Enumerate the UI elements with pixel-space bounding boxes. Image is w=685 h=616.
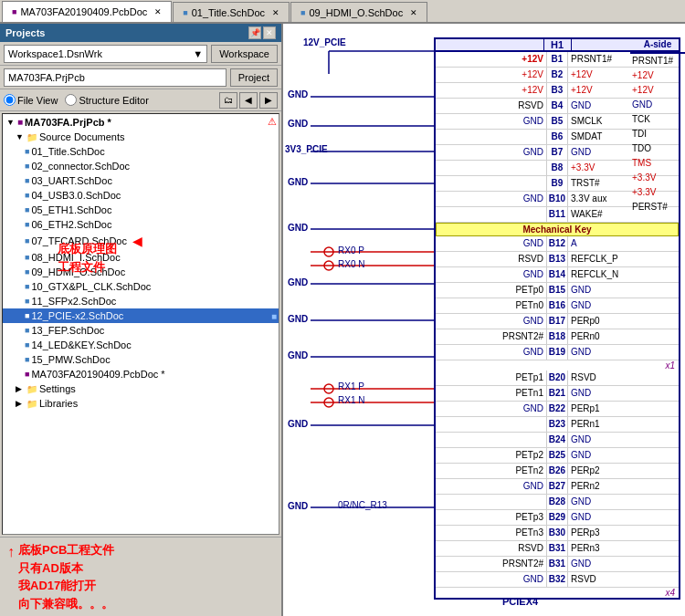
tree-item-pcie-sch[interactable]: ■ 12_PCIE-x2.SchDoc ■ — [3, 308, 279, 323]
sch-icon-1: ■ — [25, 147, 29, 156]
tab-hdmi-label: 09_HDMI_O.SchDoc — [309, 7, 403, 18]
3v3-label: 3V3_PCIE — [285, 144, 328, 154]
gnd-label-2: GND — [288, 119, 308, 129]
file-tree[interactable]: ▼ ■ MA703FA.PrjPcb * ⚠ ▼ 📁 Source Docume… — [2, 113, 279, 535]
tree-item-fep-sch[interactable]: ■ 13_FEP.SchDoc — [3, 323, 279, 338]
tab-pcb-label: MA703FA20190409.PcbDoc — [20, 6, 147, 17]
svg-point-18 — [324, 398, 333, 407]
tree-item-title-sch[interactable]: ■ 01_Title.SchDoc — [3, 144, 279, 159]
sch-icon-6: ■ — [25, 220, 29, 229]
file-view-radio[interactable]: File View — [4, 94, 58, 106]
pcie-sch-label: 12_PCIE-x2.SchDoc — [31, 310, 123, 321]
pmw-sch-label: 15_PMW.SchDoc — [31, 354, 110, 365]
settings-label: Settings — [39, 383, 76, 394]
gnd-label-8: GND — [288, 419, 308, 429]
tab-hdmi-icon: ■ — [300, 8, 305, 17]
rx1n-label: RX1 N — [338, 395, 364, 405]
rx0p-label: RX0 P — [338, 245, 364, 256]
rx1p-label: RX1 P — [338, 381, 364, 392]
tab-title-label: 01_Title.SchDoc — [192, 7, 265, 18]
gnd-label-4: GND — [288, 223, 308, 233]
project-button[interactable]: Project — [230, 68, 278, 87]
workspace-dropdown[interactable]: Workspace1.DsnWrk ▼ — [4, 45, 207, 63]
sch-icon-5: ■ — [25, 205, 29, 214]
annotation-pcb: ↑ 底板PCB工程文件 只有AD版本 我AD17能打开 向下兼容哦。。。 — [0, 537, 281, 616]
tree-item-pmw-sch[interactable]: ■ 15_PMW.SchDoc — [3, 352, 279, 367]
gtx-sch-label: 10_GTX&PL_CLK.SchDoc — [31, 281, 151, 292]
svg-point-16 — [324, 384, 333, 393]
tree-item-gtx-sch[interactable]: ■ 10_GTX&PL_CLK.SchDoc — [3, 279, 279, 294]
expand-icon-src: ▼ — [16, 132, 25, 141]
tab-pcb-icon: ■ — [12, 7, 16, 16]
browse-files-icon[interactable]: 🗂 — [219, 92, 237, 109]
expand-icon: ▼ — [6, 118, 16, 127]
app-container: ■ MA703FA20190409.PcbDoc ✕ ■ 01_Title.Sc… — [0, 0, 685, 616]
tree-item-pcb-doc[interactable]: ■ MA703FA20190409.PcbDoc * — [3, 367, 279, 381]
mech-key-header: Mechanical Key — [436, 223, 679, 236]
led-sch-label: 14_LED&KEY.SchDoc — [31, 339, 131, 350]
tree-item-tfcard-sch[interactable]: ■ 07_TFCARD.SchDoc ◀ — [3, 232, 279, 250]
connector-sch-label: 02_connector.SchDoc — [31, 161, 130, 172]
folder-icon-src: 📁 — [26, 132, 37, 142]
src-docs-label: Source Documents — [39, 131, 125, 142]
pin-button[interactable]: 📌 — [248, 26, 261, 39]
main-area: Projects 📌 ✕ Workspace1.DsnWrk ▼ Workspa… — [0, 24, 685, 616]
annotation-pcb-line4: 向下兼容哦。。。 — [18, 595, 114, 613]
tab-hdmi[interactable]: ■ 09_HDMI_O.SchDoc ✕ — [290, 2, 427, 22]
tree-item-settings[interactable]: ▶ 📁 Settings — [3, 381, 279, 396]
tab-title-icon: ■ — [183, 8, 187, 17]
tree-item-sfpx2-sch[interactable]: ■ 11_SFPx2.SchDoc — [3, 294, 279, 308]
tree-item-hdmi-i-sch[interactable]: ■ 08_HDMI_I.SchDoc — [3, 250, 279, 265]
expand-icon-settings: ▶ — [16, 384, 25, 393]
sch-icon-15: ■ — [25, 355, 29, 364]
title-sch-label: 01_Title.SchDoc — [31, 146, 104, 157]
tab-title[interactable]: ■ 01_Title.SchDoc ✕ — [173, 2, 290, 22]
sfpx2-sch-label: 11_SFPx2.SchDoc — [31, 296, 116, 307]
hdmi-i-sch-label: 08_HDMI_I.SchDoc — [31, 252, 120, 263]
prjpcb-icon: ■ — [17, 117, 23, 127]
tree-item-eth1-sch[interactable]: ■ 05_ETH1.SchDoc — [3, 203, 279, 217]
fep-sch-label: 13_FEP.SchDoc — [31, 325, 104, 336]
left-panel: Projects 📌 ✕ Workspace1.DsnWrk ▼ Workspa… — [0, 24, 283, 616]
tree-item-libraries[interactable]: ▶ 📁 Libraries — [3, 396, 279, 411]
schematic-canvas[interactable]: 12V_PCIE — [283, 24, 685, 616]
tree-item-led-sch[interactable]: ■ 14_LED&KEY.SchDoc — [3, 338, 279, 352]
sch-icon-13: ■ — [25, 326, 29, 335]
project-dropdown[interactable]: MA703FA.PrjPcb — [4, 68, 227, 87]
expand-icon-libs: ▶ — [16, 399, 25, 408]
pcie-modified-icon: ■ — [271, 311, 277, 321]
arrow-left-icon[interactable]: ◀ — [239, 92, 258, 109]
tree-item-usb-sch[interactable]: ■ 04_USB3.0.SchDoc — [3, 188, 279, 203]
sch-icon-7: ■ — [25, 236, 29, 245]
tab-title-close[interactable]: ✕ — [272, 8, 279, 17]
root-label: MA703FA.PrjPcb * — [25, 117, 111, 128]
workspace-button[interactable]: Workspace — [211, 45, 278, 63]
tab-pcb-close[interactable]: ✕ — [154, 7, 162, 16]
arrow-right-icon[interactable]: ▶ — [259, 92, 278, 109]
tab-pcb[interactable]: ■ MA703FA20190409.PcbDoc ✕ — [2, 1, 172, 22]
eth2-sch-label: 06_ETH2.SchDoc — [31, 219, 111, 230]
sch-icon-12: ■ — [25, 311, 29, 320]
sch-icon-2: ■ — [25, 162, 29, 171]
tab-hdmi-close[interactable]: ✕ — [410, 8, 417, 17]
a-side-labels: A-side PRSNT1# +12V +12V GND TCK TDI TDO… — [630, 37, 685, 214]
structure-view-radio[interactable]: Structure Editor — [65, 94, 148, 106]
tree-item-root[interactable]: ▼ ■ MA703FA.PrjPcb * ⚠ — [3, 114, 279, 130]
annotation-pcb-line1: 底板PCB工程文件 — [18, 541, 114, 559]
eth1-sch-label: 05_ETH1.SchDoc — [31, 204, 111, 215]
tree-item-uart-sch[interactable]: ■ 03_UART.SchDoc — [3, 173, 279, 188]
tfcard-sch-label: 07_TFCARD.SchDoc — [31, 235, 127, 246]
tree-item-hdmi-o-sch[interactable]: ■ 09_HDMI_O.SchDoc — [3, 265, 279, 279]
pcb-doc-icon: ■ — [25, 370, 29, 379]
close-panel-button[interactable]: ✕ — [263, 26, 276, 39]
file-view-label: File View — [17, 95, 58, 106]
structure-view-label: Structure Editor — [79, 95, 148, 106]
tree-item-connector-sch[interactable]: ■ 02_connector.SchDoc — [3, 159, 279, 173]
tree-item-eth2-sch[interactable]: ■ 06_ETH2.SchDoc — [3, 217, 279, 232]
svg-point-14 — [324, 261, 333, 270]
red-arrow-annotation: ◀ — [132, 234, 142, 248]
tree-item-src-docs[interactable]: ▼ 📁 Source Documents — [3, 130, 279, 144]
annotation-pcb-line2: 只有AD版本 — [18, 559, 114, 578]
sch-icon-11: ■ — [25, 297, 29, 306]
pcb-doc-label: MA703FA20190409.PcbDoc * — [31, 369, 164, 380]
